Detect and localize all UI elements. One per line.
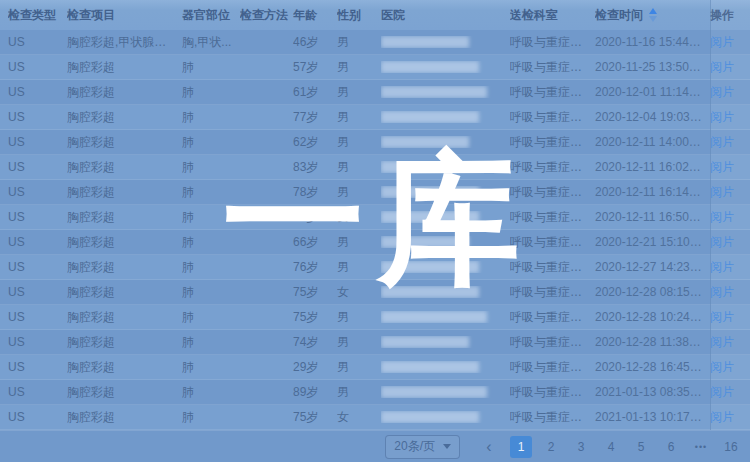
redacted-hospital-value bbox=[381, 61, 479, 73]
page-button-4[interactable]: 4 bbox=[600, 436, 622, 458]
table-row: US 胸腔彩超 肺 62岁 男 呼吸与重症医... 2020-12-11 14:… bbox=[0, 130, 750, 155]
redacted-hospital-value bbox=[381, 311, 487, 323]
cell-organ: 肺 bbox=[182, 209, 240, 226]
cell-age: 75岁 bbox=[293, 284, 337, 301]
cell-hospital bbox=[381, 186, 510, 198]
cell-department: 呼吸与重症医... bbox=[510, 284, 595, 301]
view-images-link[interactable]: 阅片 bbox=[710, 35, 734, 49]
cell-gender: 男 bbox=[337, 159, 381, 176]
cell-age: 89岁 bbox=[293, 384, 337, 401]
cell-exam-time: 2020-12-28 11:38:11 bbox=[595, 335, 710, 349]
table-row: US 胸腔彩超 肺 61岁 男 呼吸与重症医... 2020-12-01 11:… bbox=[0, 80, 750, 105]
cell-exam-time: 2020-12-11 14:00:14 bbox=[595, 135, 710, 149]
page-button-2[interactable]: 2 bbox=[540, 436, 562, 458]
view-images-link[interactable]: 阅片 bbox=[710, 135, 734, 149]
cell-department: 呼吸与重症医... bbox=[510, 334, 595, 351]
page-button-3[interactable]: 3 bbox=[570, 436, 592, 458]
cell-gender: 女 bbox=[337, 409, 381, 426]
cell-exam-type: US bbox=[8, 85, 67, 99]
cell-age: 29岁 bbox=[293, 359, 337, 376]
column-header-label: 性别 bbox=[337, 7, 361, 24]
cell-department: 呼吸与重症医... bbox=[510, 159, 595, 176]
prev-page-button[interactable]: ‹ bbox=[478, 436, 500, 458]
cell-age: 77岁 bbox=[293, 109, 337, 126]
cell-exam-time: 2020-12-11 16:02:05 bbox=[595, 160, 710, 174]
view-images-link[interactable]: 阅片 bbox=[710, 285, 734, 299]
cell-exam-item: 胸腔彩超 bbox=[67, 259, 182, 276]
table-header: 检查类型检查项目器官部位检查方法年龄性别医院送检科室检查时间操作 bbox=[0, 0, 750, 30]
view-images-link[interactable]: 阅片 bbox=[710, 410, 734, 424]
cell-gender: 男 bbox=[337, 359, 381, 376]
cell-hospital bbox=[381, 61, 510, 73]
view-images-link[interactable]: 阅片 bbox=[710, 335, 734, 349]
view-images-link[interactable]: 阅片 bbox=[710, 360, 734, 374]
redacted-hospital-value bbox=[381, 111, 479, 123]
cell-department: 呼吸与重症医... bbox=[510, 309, 595, 326]
sort-asc-icon[interactable] bbox=[649, 8, 657, 14]
redacted-hospital-value bbox=[381, 361, 479, 373]
cell-exam-type: US bbox=[8, 35, 67, 49]
cell-gender: 女 bbox=[337, 284, 381, 301]
table-row: US 胸腔彩超 肺 74岁 男 呼吸与重症医... 2020-12-28 11:… bbox=[0, 330, 750, 355]
view-images-link[interactable]: 阅片 bbox=[710, 185, 734, 199]
column-header-8[interactable]: 检查时间 bbox=[595, 7, 710, 24]
view-images-link[interactable]: 阅片 bbox=[710, 210, 734, 224]
cell-age: 75岁 bbox=[293, 309, 337, 326]
cell-hospital bbox=[381, 286, 510, 298]
cell-exam-item: 胸腔彩超 bbox=[67, 209, 182, 226]
cell-exam-item: 胸腔彩超 bbox=[67, 134, 182, 151]
column-header-label: 操作 bbox=[710, 7, 734, 24]
cell-exam-time: 2020-12-27 14:23:04 bbox=[595, 260, 710, 274]
cell-age: 66岁 bbox=[293, 234, 337, 251]
sort-desc-icon[interactable] bbox=[649, 16, 657, 22]
cell-gender: 男 bbox=[337, 84, 381, 101]
page-number-list: 123456•••16 bbox=[506, 436, 746, 458]
view-images-link[interactable]: 阅片 bbox=[710, 260, 734, 274]
column-header-1: 检查项目 bbox=[67, 7, 182, 24]
cell-exam-item: 胸腔彩超 bbox=[67, 159, 182, 176]
table-row: US 胸腔彩超 肺 75岁 女 呼吸与重症医... 2020-12-28 08:… bbox=[0, 280, 750, 305]
cell-hospital bbox=[381, 311, 510, 323]
page-size-select[interactable]: 20条/页 bbox=[385, 435, 460, 459]
table-body: US 胸腔彩超,甲状腺彩超 胸,甲状... 46岁 男 呼吸与重症医... 20… bbox=[0, 30, 750, 430]
cell-organ: 肺 bbox=[182, 159, 240, 176]
column-header-2: 器官部位 bbox=[182, 7, 240, 24]
cell-organ: 肺 bbox=[182, 284, 240, 301]
cell-organ: 肺 bbox=[182, 334, 240, 351]
view-images-link[interactable]: 阅片 bbox=[710, 385, 734, 399]
view-images-link[interactable]: 阅片 bbox=[710, 160, 734, 174]
sort-icons[interactable] bbox=[649, 8, 657, 22]
cell-exam-time: 2020-12-04 19:03:24 bbox=[595, 110, 710, 124]
cell-exam-item: 胸腔彩超 bbox=[67, 384, 182, 401]
page-button-5[interactable]: 5 bbox=[630, 436, 652, 458]
cell-exam-type: US bbox=[8, 110, 67, 124]
view-images-link[interactable]: 阅片 bbox=[710, 110, 734, 124]
column-header-label: 检查时间 bbox=[595, 7, 643, 24]
cell-exam-type: US bbox=[8, 135, 67, 149]
view-images-link[interactable]: 阅片 bbox=[710, 60, 734, 74]
page-ellipsis[interactable]: ••• bbox=[690, 436, 712, 458]
page-button-6[interactable]: 6 bbox=[660, 436, 682, 458]
cell-organ: 肺 bbox=[182, 184, 240, 201]
cell-exam-type: US bbox=[8, 185, 67, 199]
view-images-link[interactable]: 阅片 bbox=[710, 85, 734, 99]
page-button-16[interactable]: 16 bbox=[720, 436, 742, 458]
table-row: US 胸腔彩超 肺 29岁 男 呼吸与重症医... 2020-12-28 16:… bbox=[0, 355, 750, 380]
cell-age: 78岁 bbox=[293, 184, 337, 201]
pagination-bar: 20条/页 ‹ 123456•••16 bbox=[0, 430, 750, 462]
cell-exam-type: US bbox=[8, 410, 67, 424]
view-images-link[interactable]: 阅片 bbox=[710, 235, 734, 249]
table-row: US 胸腔彩超 肺 76岁 女 呼吸与重症医... 2020-12-11 16:… bbox=[0, 205, 750, 230]
table-row: US 胸腔彩超 肺 89岁 男 呼吸与重症医... 2021-01-13 08:… bbox=[0, 380, 750, 405]
cell-exam-time: 2020-11-16 15:44:49 bbox=[595, 35, 710, 49]
cell-exam-time: 2020-12-28 16:45:18 bbox=[595, 360, 710, 374]
page-button-1[interactable]: 1 bbox=[510, 436, 532, 458]
cell-gender: 男 bbox=[337, 134, 381, 151]
cell-organ: 胸,甲状... bbox=[182, 34, 240, 51]
cell-hospital bbox=[381, 411, 510, 423]
column-header-label: 送检科室 bbox=[510, 7, 558, 24]
view-images-link[interactable]: 阅片 bbox=[710, 310, 734, 324]
cell-hospital bbox=[381, 336, 510, 348]
table-row: US 胸腔彩超 肺 83岁 男 呼吸与重症医... 2020-12-11 16:… bbox=[0, 155, 750, 180]
cell-hospital bbox=[381, 161, 510, 173]
